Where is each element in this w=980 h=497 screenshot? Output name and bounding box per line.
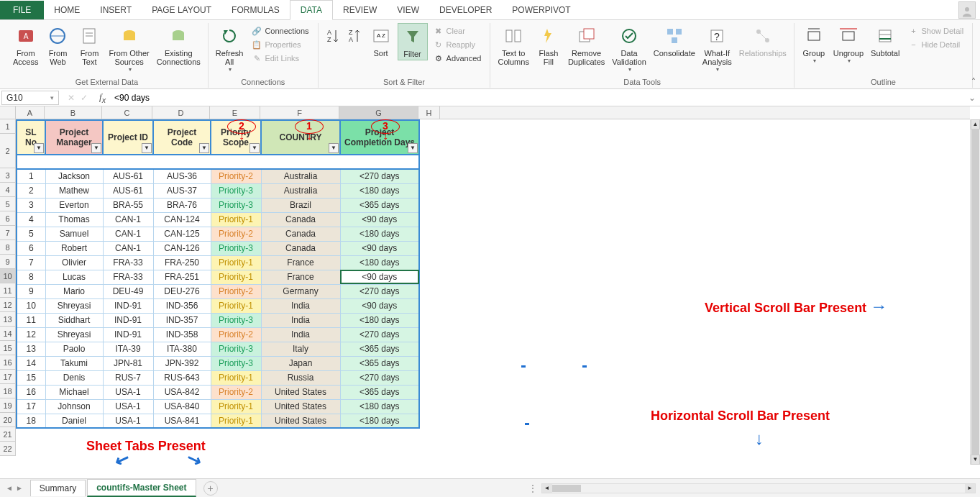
refresh-all-button[interactable]: Refresh All	[213, 23, 247, 74]
cell[interactable]: Paolo	[45, 342, 103, 356]
cell[interactable]: 4	[17, 212, 45, 227]
row-header-2[interactable]: 2	[0, 134, 16, 168]
show-detail-button[interactable]: +Show Detail	[905, 24, 966, 37]
cell[interactable]: Australia	[261, 183, 340, 198]
cell[interactable]: Olivier	[45, 255, 103, 270]
cell[interactable]: Priority-3	[211, 313, 261, 327]
cell[interactable]: Priority-1	[211, 255, 261, 270]
cell[interactable]: Australia	[261, 169, 340, 183]
cell[interactable]: Robert	[45, 241, 103, 255]
tab-nav-prev-icon[interactable]: ◄	[6, 484, 13, 492]
tab-data[interactable]: DATA	[290, 0, 333, 20]
cell[interactable]: Priority-1	[211, 370, 261, 385]
cell[interactable]: CAN-1	[103, 241, 153, 255]
column-header-B[interactable]: B	[45, 106, 102, 119]
fx-icon[interactable]: fx	[95, 91, 110, 104]
cell[interactable]: <90 days	[340, 212, 419, 227]
new-sheet-button[interactable]: +	[203, 481, 218, 496]
flash-fill-button[interactable]: Flash Fill	[533, 23, 564, 68]
connections-button[interactable]: 🔗Connections	[249, 24, 311, 37]
tab-view[interactable]: VIEW	[387, 1, 429, 19]
row-header-4[interactable]: 4	[0, 183, 16, 197]
header-pcode[interactable]: Project Code▼	[153, 120, 211, 155]
cell[interactable]: Priority-2	[211, 169, 261, 183]
cell[interactable]: USA-1	[103, 399, 153, 414]
cell[interactable]: Canada	[261, 241, 340, 255]
cell[interactable]: AUS-61	[103, 169, 153, 183]
cell[interactable]: <180 days	[340, 183, 419, 198]
cell[interactable]: Priority-3	[211, 198, 261, 212]
cell[interactable]: <365 days	[340, 198, 419, 212]
relationships-button[interactable]: Relationships	[736, 23, 789, 59]
header-pm[interactable]: Project Manager▼	[45, 120, 103, 155]
cell[interactable]: 7	[17, 255, 45, 270]
row-header-5[interactable]: 5	[0, 197, 16, 211]
row-header-9[interactable]: 9	[0, 255, 16, 269]
cell[interactable]: IND-91	[103, 327, 153, 342]
filter-arrow-icon[interactable]: ▼	[142, 143, 152, 153]
scroll-right-button[interactable]: ►	[965, 484, 975, 493]
row-header-13[interactable]: 13	[0, 312, 16, 327]
cell[interactable]: Mario	[45, 284, 103, 298]
filter-arrow-icon[interactable]: ▼	[199, 143, 209, 153]
tab-review[interactable]: REVIEW	[333, 1, 387, 19]
cell[interactable]: 8	[17, 270, 45, 284]
scroll-up-button[interactable]: ▲	[971, 119, 980, 129]
sort-button[interactable]: A ZSort	[366, 23, 396, 59]
cell[interactable]: IND-91	[103, 298, 153, 313]
cell[interactable]: JPN-392	[153, 356, 211, 370]
cell[interactable]: Priority-1	[211, 298, 261, 313]
name-box[interactable]: G10	[1, 91, 59, 105]
tab-powerpivot[interactable]: POWERPIVOT	[502, 1, 580, 19]
row-header-10[interactable]: 10	[0, 269, 16, 283]
sort-az-button[interactable]: AZ	[323, 23, 343, 49]
tab-formulas[interactable]: FORMULAS	[221, 1, 290, 19]
cell[interactable]: <180 days	[340, 313, 419, 327]
cell[interactable]: DEU-276	[153, 284, 211, 298]
cell[interactable]: France	[261, 255, 340, 270]
cell[interactable]: India	[261, 313, 340, 327]
cell[interactable]: Priority-3	[211, 183, 261, 198]
cell[interactable]: Shreyasi	[45, 327, 103, 342]
row-header-21[interactable]: 21	[0, 427, 16, 442]
cell[interactable]: BRA-55	[103, 198, 153, 212]
column-header-E[interactable]: E	[210, 106, 260, 119]
cell[interactable]: 14	[17, 356, 45, 370]
cell[interactable]: RUS-7	[103, 370, 153, 385]
cell[interactable]: <90 days	[340, 241, 419, 255]
cell[interactable]: Priority-3	[211, 356, 261, 370]
cell[interactable]: 16	[17, 385, 45, 399]
cell[interactable]: IND-358	[153, 327, 211, 342]
cell[interactable]: Priority-3	[211, 342, 261, 356]
cell[interactable]: Priority-2	[211, 327, 261, 342]
scroll-left-button[interactable]: ◄	[542, 484, 552, 493]
cell[interactable]: Shreyasi	[45, 298, 103, 313]
cell[interactable]: AUS-61	[103, 183, 153, 198]
cell[interactable]: DEU-49	[103, 284, 153, 298]
consolidate-button[interactable]: Consolidate	[651, 23, 698, 59]
cell[interactable]: <180 days	[340, 399, 419, 414]
cell[interactable]: CAN-125	[153, 227, 211, 241]
cell[interactable]: CAN-126	[153, 241, 211, 255]
cell[interactable]: France	[261, 270, 340, 284]
filter-arrow-icon[interactable]: ▼	[34, 143, 44, 153]
cell[interactable]: Denis	[45, 370, 103, 385]
cell[interactable]: Canada	[261, 227, 340, 241]
row-header-6[interactable]: 6	[0, 211, 16, 226]
cell[interactable]: <90 days	[340, 270, 419, 284]
from-web-button[interactable]: From Web	[42, 23, 73, 68]
tab-split-handle[interactable]: ⋮	[524, 483, 541, 493]
cell[interactable]: 18	[17, 414, 45, 428]
vertical-scrollbar[interactable]: ▲ ▼	[970, 119, 980, 465]
cell[interactable]: FRA-33	[103, 270, 153, 284]
row-header-20[interactable]: 20	[0, 413, 16, 427]
header-sl[interactable]: SL No▼	[17, 120, 45, 155]
cell[interactable]: <365 days	[340, 356, 419, 370]
cell[interactable]: <90 days	[340, 298, 419, 313]
cell[interactable]: 17	[17, 399, 45, 414]
tab-file[interactable]: FILE	[0, 1, 44, 19]
cell[interactable]: IND-357	[153, 313, 211, 327]
cell[interactable]: FRA-250	[153, 255, 211, 270]
enter-formula-icon[interactable]: ✓	[81, 93, 88, 103]
cell[interactable]: USA-840	[153, 399, 211, 414]
